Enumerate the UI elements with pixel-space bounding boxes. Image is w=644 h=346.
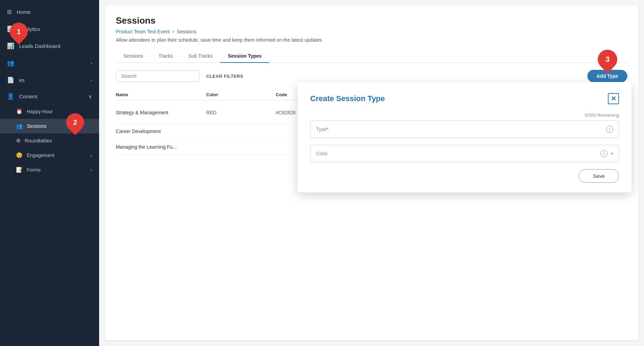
col-header-color: Color [206,92,276,97]
sidebar-sub-label: Sessions [27,123,47,129]
sidebar-item-home[interactable]: ⊞ Home [0,3,99,20]
type-info-icon[interactable]: i [606,126,613,133]
sidebar-item-leads[interactable]: 📊 Leads Dashboard [0,38,99,55]
chevron-down-icon: ∨ [88,93,92,100]
page-container: Sessions Product Team Test Event > Sessi… [105,6,638,340]
type-label: Type [316,126,327,132]
cell-color: RED [206,110,276,115]
col-header-name: Name [116,92,206,97]
color-label: Color [316,151,328,156]
tab-tracks[interactable]: Tracks [151,50,180,63]
sidebar-item-label: Home [17,9,31,15]
doc-icon: 📄 [7,76,14,84]
toolbar: CLEAR FILTERS Add Type 3 [116,70,627,82]
page-description: Allow attendees to plan their schedule, … [116,37,627,43]
chevron-icon: › [90,153,92,158]
cell-name: Career Development [116,129,206,134]
clear-filters-button[interactable]: CLEAR FILTERS [205,71,245,82]
sidebar-sub-label: Engagement [27,153,54,158]
sidebar-sub-label: Forms [27,167,41,173]
tab-sub-tracks[interactable]: Sub Tracks [180,50,220,63]
engagement-icon: 😊 [16,152,23,158]
modal-footer: Save [310,169,619,183]
sidebar-item-engagement[interactable]: 😊 Engagement › [0,148,99,163]
save-button[interactable]: Save [579,169,619,183]
main-content: Sessions Product Team Test Event > Sessi… [99,0,644,346]
sidebar: ⊞ Home 📈 Analytics 📊 Leads Dashboard 👥 ›… [0,0,99,346]
cell-name: Strategy & Management [116,110,206,115]
chevron-icon: › [91,77,92,83]
page-title: Sessions [116,15,627,26]
chevron-icon: › [90,167,92,173]
search-input[interactable] [116,70,199,82]
sidebar-sub-label: Happy Hour [27,109,53,114]
sidebar-item-content[interactable]: 👤 Content ∨ [0,89,99,104]
home-icon: ⊞ [7,8,12,16]
type-field: Type * i [310,121,619,138]
modal-header: Create Session Type ✕ [310,93,619,104]
sidebar-content-label: Content [19,93,38,99]
sidebar-item-forms[interactable]: 📝 Forms › [0,163,99,177]
sidebar-item-happy-hour[interactable]: ⏰ Happy Hour [0,104,99,119]
add-type-button[interactable]: Add Type [587,70,627,82]
color-info-icon[interactable]: i [601,150,607,157]
sessions-icon: 👥 [16,123,23,129]
type-required: * [327,126,328,132]
breadcrumb: Product Team Test Event > Sessions [116,29,627,34]
tab-session-types[interactable]: Session Types [220,50,269,63]
leads-icon: 📊 [7,42,14,50]
sidebar-item-label: Analytics [19,26,40,32]
sidebar-item-roundtables[interactable]: ⚙ Roundtables [0,133,99,148]
sidebar-item-item4[interactable]: 👥 › [0,55,99,72]
sidebar-item-item5[interactable]: 📄 es › [0,72,99,89]
chevron-icon: › [91,60,92,66]
content-icon: 👤 [7,93,14,100]
sidebar-sub-label: Roundtables [25,138,52,143]
clock-icon: ⏰ [16,108,23,115]
modal-close-button[interactable]: ✕ [608,93,619,104]
forms-icon: 📝 [16,167,23,173]
add-type-wrapper: Add Type 3 [587,70,627,82]
gear-icon: ⚙ [16,138,21,144]
sidebar-item-sessions[interactable]: 👥 Sessions [0,119,99,133]
analytics-icon: 📈 [7,25,14,33]
modal-title: Create Session Type [310,94,608,103]
create-session-type-modal: Create Session Type ✕ 0/200 Remaining Ty… [298,82,631,192]
breadcrumb-separator: > [172,29,175,34]
close-icon: ✕ [611,95,616,102]
remaining-count: 0/200 Remaining [310,113,619,118]
sidebar-item-analytics[interactable]: 📈 Analytics [0,20,99,38]
breadcrumb-link[interactable]: Product Team Test Event [116,29,170,34]
people-icon: 👥 [7,59,14,67]
color-field: Color i ▾ [310,145,619,162]
sidebar-item-label: Leads Dashboard [19,43,60,49]
color-dropdown-arrow[interactable]: ▾ [611,151,613,156]
breadcrumb-current: Sessions [177,29,196,34]
cell-name: Managing the Learning Fu... [116,144,206,150]
tab-bar: Sessions Tracks Sub Tracks Session Types [116,50,627,63]
sidebar-item-label: es [19,77,25,83]
tab-sessions[interactable]: Sessions [116,50,151,63]
